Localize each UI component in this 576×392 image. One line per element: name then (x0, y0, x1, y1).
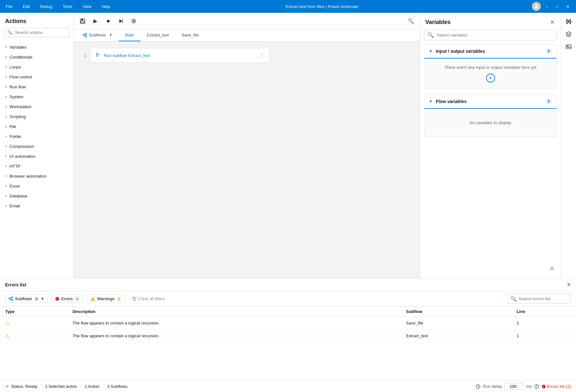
add-variable-button[interactable]: + (486, 74, 495, 83)
action-item-http[interactable]: > HTTP (0, 161, 73, 171)
menu-view[interactable]: View (81, 3, 93, 10)
action-item-label: Database (10, 194, 28, 198)
svg-line-12 (84, 35, 85, 36)
flow-step-1: 1 Run subflow Extract_text ⋮ (80, 48, 413, 63)
canvas-toolbar: ▶ ■ 🔍 (74, 13, 420, 29)
action-item-run-flow[interactable]: > Run flow (0, 82, 73, 92)
step-card[interactable]: Run subflow Extract_text ⋮ (90, 48, 269, 63)
status-icon: ✓ (5, 383, 9, 389)
action-item-label: Excel (10, 184, 20, 188)
menu-tools[interactable]: Tools (61, 3, 74, 10)
error-row[interactable]: ⚠ The flow appears to contain a logical … (0, 330, 576, 342)
maximize-button[interactable]: □ (553, 3, 561, 10)
tab-subflows[interactable]: Subflows ▼ (76, 29, 119, 41)
statusbar-right: Run delay ms ! Errors list (2) (476, 383, 571, 390)
variables-close-button[interactable]: ✕ (549, 18, 556, 27)
chevron-icon: > (5, 105, 7, 108)
variables-strip-button[interactable]: {x} (563, 15, 574, 27)
action-item-system[interactable]: > System (0, 92, 73, 102)
chevron-icon: > (5, 115, 7, 118)
svg-text:{x}: {x} (566, 19, 572, 24)
action-item-ui-automation[interactable]: > UI automation (0, 151, 73, 161)
action-item-compression[interactable]: > Compression (0, 141, 73, 151)
error-row[interactable]: ⚠ The flow appears to contain a logical … (0, 317, 576, 330)
row-line: 1 (511, 330, 576, 342)
titlebar-menu: File Edit Debug Tools View Help (4, 3, 112, 10)
tab-extract-text[interactable]: Extract_text (140, 29, 175, 41)
action-item-workstation[interactable]: > Workstation (0, 102, 73, 112)
variables-search-input[interactable] (436, 33, 553, 37)
tab-save-file[interactable]: Save_file (175, 29, 205, 41)
actions-search-input[interactable] (15, 30, 66, 35)
subflows-filter-button[interactable]: Subflows 3 ▼ (5, 294, 48, 303)
action-item-label: UI automation (10, 154, 36, 159)
action-item-file[interactable]: > File (0, 122, 73, 132)
menu-debug[interactable]: Debug (38, 3, 54, 10)
canvas-search-button[interactable]: 🔍 (406, 16, 416, 26)
step-subflow-name: Extract_text (128, 53, 150, 58)
actions-search-icon: 🔍 (7, 30, 12, 35)
flow-variables-section-body: No variables to display (424, 109, 556, 137)
tab-main[interactable]: Main (119, 29, 140, 41)
warnings-filter-label: Warnings (97, 296, 114, 301)
variables-header: Variables ✕ (420, 13, 561, 30)
row-type: ⚠ (0, 317, 68, 330)
empty-variables-text: There aren't any input or output variabl… (429, 65, 552, 70)
actions-title: Actions (0, 13, 73, 28)
action-item-variables[interactable]: > Variables (0, 42, 73, 52)
col-line: Line (511, 307, 576, 317)
action-item-conditionals[interactable]: > Conditionals (0, 52, 73, 62)
chevron-icon: > (5, 184, 7, 188)
errors-search-input[interactable] (519, 296, 567, 301)
menu-edit[interactable]: Edit (21, 3, 32, 10)
info-icon (534, 384, 539, 389)
errors-link-label: Errors list (2) (547, 384, 571, 389)
step-action-name: Run subflow (104, 53, 127, 58)
clear-filters-button[interactable]: Clear all filters (129, 295, 168, 303)
step-context-menu[interactable]: ⋮ (259, 52, 264, 59)
svg-marker-16 (566, 32, 571, 34)
close-button[interactable]: ✕ (564, 3, 572, 10)
user-avatar[interactable] (532, 2, 541, 11)
run-delay-icon (476, 384, 481, 389)
errors-panel: Errors list ✕ Subflows 3 ▼ ! Errors 0 (0, 278, 576, 380)
action-item-database[interactable]: > Database (0, 191, 73, 201)
statusbar: ✓ Status: Ready 1 Selected action 1 Acti… (0, 380, 576, 392)
run-button[interactable]: ▶ (90, 16, 100, 26)
layers-strip-button[interactable] (563, 28, 574, 40)
errors-filter-button[interactable]: ! Errors 0 (52, 294, 84, 303)
input-output-section-header[interactable]: ▼ Input / output variables 0 (424, 44, 556, 59)
menu-help[interactable]: Help (100, 3, 112, 10)
action-item-folder[interactable]: > Folder (0, 132, 73, 141)
action-item-label: System (10, 94, 23, 99)
next-step-button[interactable] (116, 16, 126, 26)
action-item-loops[interactable]: > Loops (0, 62, 73, 72)
menu-file[interactable]: File (4, 3, 14, 10)
chevron-icon: > (5, 164, 7, 168)
svg-rect-20 (12, 297, 13, 298)
actions-search-box: 🔍 (4, 28, 69, 37)
action-item-label: Flow control (10, 75, 32, 79)
flow-variables-section-header[interactable]: ▼ Flow variables 0 (424, 95, 556, 109)
subflows-count-badge: 3 (34, 297, 39, 301)
errors-close-button[interactable]: ✕ (567, 282, 571, 288)
minimize-button[interactable]: – (543, 3, 551, 10)
action-item-excel[interactable]: > Excel (0, 181, 73, 191)
record-button[interactable] (129, 16, 139, 26)
save-button[interactable] (77, 16, 88, 26)
stop-button[interactable]: ■ (103, 16, 113, 26)
image-strip-button[interactable] (563, 41, 574, 52)
action-item-scripting[interactable]: > Scripting (0, 112, 73, 122)
action-item-email[interactable]: > Email (0, 201, 73, 211)
errors-list-link[interactable]: ! Errors list (2) (541, 384, 571, 389)
action-item-browser-automation[interactable]: > Browser automation (0, 171, 73, 181)
chevron-icon: > (5, 65, 7, 69)
action-item-label: Folder (10, 134, 21, 139)
row-subflow: Save_file (401, 317, 511, 330)
run-delay-input[interactable] (504, 383, 524, 390)
action-item-flow-control[interactable]: > Flow control (0, 72, 73, 82)
svg-rect-19 (9, 298, 10, 299)
subflows-dropdown-icon[interactable]: ▼ (109, 33, 112, 37)
warnings-filter-button[interactable]: ! Warnings 2 (87, 294, 125, 303)
chevron-icon: > (5, 194, 7, 198)
